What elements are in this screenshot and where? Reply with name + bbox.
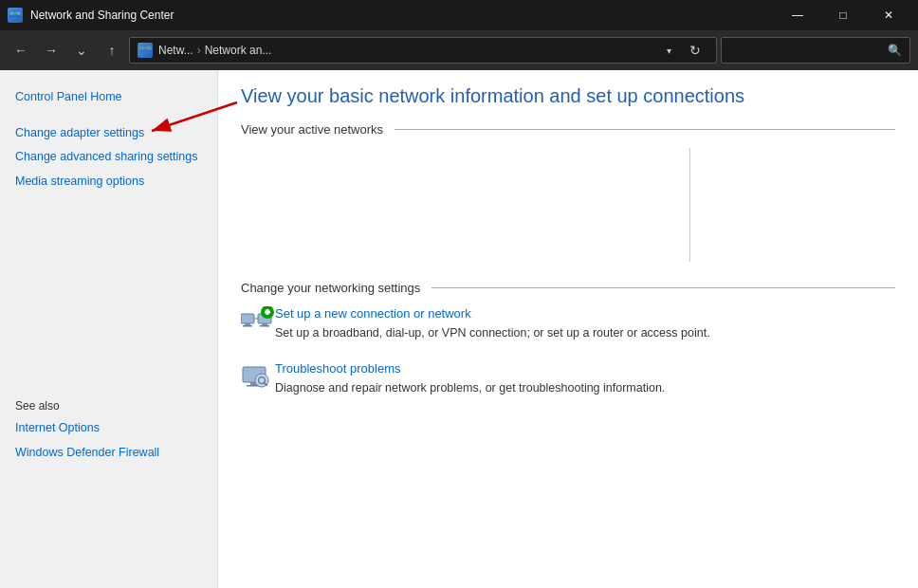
svg-rect-15 <box>260 325 269 327</box>
title-bar: Network and Sharing Center — □ ✕ <box>0 0 918 30</box>
sidebar-item-control-panel-home[interactable]: Control Panel Home <box>0 85 217 110</box>
troubleshoot-text: Troubleshoot problems Diagnose and repai… <box>275 361 665 397</box>
sidebar-item-internet-options[interactable]: Internet Options <box>0 416 217 441</box>
svg-rect-14 <box>262 323 267 325</box>
vertical-divider <box>689 148 690 262</box>
setup-connection-text: Set up a new connection or network Set u… <box>275 306 710 342</box>
networking-settings-header-text: Change your networking settings <box>241 281 420 295</box>
setup-connection-item: Set up a new connection or network Set u… <box>241 306 895 342</box>
address-bar: ← → ⌄ ↑ Netw... › Network an... ▾ ↻ 🔍 <box>0 30 918 70</box>
network-status-col <box>706 148 895 262</box>
active-networks-header-text: View your active networks <box>241 122 383 137</box>
page-title: View your basic network information and … <box>241 85 895 107</box>
networking-settings-section-header: Change your networking settings <box>241 281 895 295</box>
up-button[interactable]: ↑ <box>99 37 125 64</box>
close-button[interactable]: ✕ <box>867 0 910 30</box>
address-icon <box>138 43 153 58</box>
breadcrumb-part1: Netw... <box>158 44 193 57</box>
breadcrumb-part2: Network an... <box>205 44 272 57</box>
search-icon[interactable]: 🔍 <box>888 44 902 57</box>
window-controls: — □ ✕ <box>776 0 910 30</box>
svg-rect-12 <box>243 325 252 327</box>
maximize-button[interactable]: □ <box>821 0 865 30</box>
svg-rect-2 <box>16 11 21 15</box>
svg-point-5 <box>14 12 16 14</box>
sidebar-item-change-advanced[interactable]: Change advanced sharing settings <box>0 145 217 170</box>
section-divider-networking <box>431 287 895 288</box>
sidebar-item-change-adapter[interactable]: Change adapter settings <box>0 121 217 146</box>
svg-rect-6 <box>138 46 144 50</box>
active-networks-area <box>241 148 895 262</box>
window-title: Network and Sharing Center <box>30 9 776 22</box>
svg-rect-19 <box>266 309 269 315</box>
setup-connection-link[interactable]: Set up a new connection or network <box>275 306 710 321</box>
search-input[interactable] <box>729 44 888 57</box>
setup-connection-icon <box>241 306 275 340</box>
address-dropdown-button[interactable]: ▾ <box>655 37 682 64</box>
networking-section: Change your networking settings <box>241 281 895 397</box>
sidebar-item-windows-firewall[interactable]: Windows Defender Firewall <box>0 441 217 466</box>
active-networks-section-header: View your active networks <box>241 122 895 137</box>
sidebar: Control Panel Home Change adapter settin… <box>0 70 218 588</box>
back-button[interactable]: ← <box>8 37 34 64</box>
forward-button[interactable]: → <box>38 37 64 64</box>
network-info-col <box>241 148 674 262</box>
svg-rect-3 <box>16 16 21 17</box>
recent-locations-button[interactable]: ⌄ <box>68 37 95 64</box>
troubleshoot-link[interactable]: Troubleshoot problems <box>275 361 665 376</box>
svg-rect-11 <box>245 323 250 325</box>
svg-rect-1 <box>9 16 14 17</box>
troubleshoot-icon <box>241 361 275 395</box>
app-icon <box>8 8 23 23</box>
see-also-label: See also <box>15 399 60 413</box>
search-box[interactable]: 🔍 <box>721 37 910 64</box>
svg-rect-7 <box>146 46 152 50</box>
setup-connection-desc: Set up a broadband, dial-up, or VPN conn… <box>275 326 710 340</box>
troubleshoot-desc: Diagnose and repair network problems, or… <box>275 381 665 395</box>
main-container: Control Panel Home Change adapter settin… <box>0 70 918 588</box>
svg-rect-10 <box>241 314 254 323</box>
sidebar-item-media-streaming[interactable]: Media streaming options <box>0 170 217 194</box>
section-divider-active <box>395 129 895 130</box>
svg-rect-0 <box>9 11 14 15</box>
content-area: View your basic network information and … <box>218 70 918 588</box>
troubleshoot-item: Troubleshoot problems Diagnose and repai… <box>241 361 895 397</box>
address-box[interactable]: Netw... › Network an... ▾ ↻ <box>129 37 717 64</box>
arrow-annotation: Change adapter settings <box>0 121 217 146</box>
minimize-button[interactable]: — <box>776 0 819 30</box>
refresh-button[interactable]: ↻ <box>682 37 708 64</box>
